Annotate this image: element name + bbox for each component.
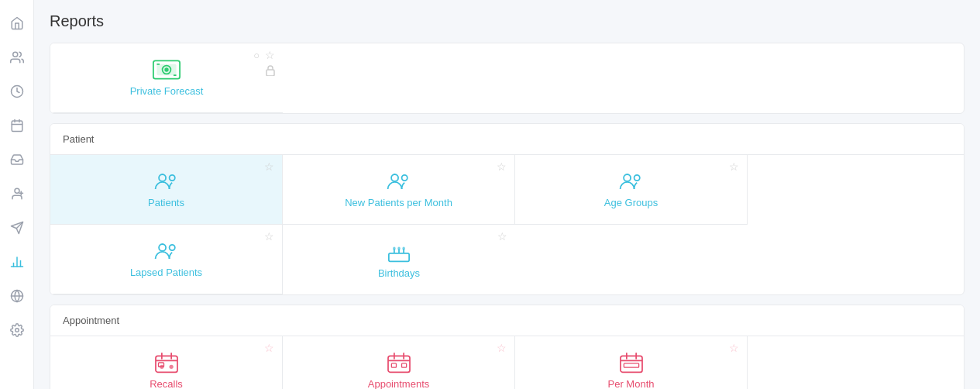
svg-point-38 bbox=[397, 246, 401, 250]
section-patient: Patient ☆ Patients ☆ bbox=[50, 123, 965, 295]
recalls-icon bbox=[153, 352, 181, 374]
sidebar-item-clock[interactable] bbox=[3, 77, 31, 105]
svg-point-17 bbox=[15, 329, 19, 332]
star-recalls[interactable]: ☆ bbox=[264, 343, 274, 353]
sidebar-item-settings[interactable] bbox=[3, 316, 31, 344]
sidebar-item-add-user[interactable] bbox=[3, 180, 31, 208]
patient-section-header: Patient bbox=[50, 124, 964, 155]
star-per-month[interactable]: ☆ bbox=[729, 343, 739, 353]
appointments-icon bbox=[385, 352, 413, 374]
star-lapsed-patients[interactable]: ☆ bbox=[264, 231, 274, 242]
patients-label: Patients bbox=[148, 197, 184, 208]
star-patients[interactable]: ☆ bbox=[264, 161, 274, 172]
svg-rect-52 bbox=[401, 363, 406, 367]
private-forecast-icon bbox=[153, 59, 181, 81]
new-patients-label: New Patients per Month bbox=[345, 197, 452, 208]
sidebar-item-globe[interactable] bbox=[3, 282, 31, 310]
svg-point-27 bbox=[391, 174, 398, 181]
sidebar-item-patients[interactable] bbox=[3, 43, 31, 71]
report-card-appointments[interactable]: ☆ Appointments 0 Appointments bbox=[283, 336, 515, 389]
svg-rect-33 bbox=[389, 253, 409, 261]
age-groups-label: Age Groups bbox=[604, 197, 658, 208]
star-new-patients[interactable]: ☆ bbox=[497, 161, 507, 172]
report-card-new-patients[interactable]: ☆ New Patients per Month bbox=[283, 155, 515, 225]
star-age-groups[interactable]: ☆ bbox=[729, 161, 739, 172]
per-month-icon bbox=[617, 352, 645, 374]
birthdays-icon bbox=[385, 241, 413, 263]
patients-icon bbox=[153, 170, 181, 192]
lapsed-patients-label: Lapsed Patients bbox=[130, 267, 202, 278]
svg-point-45 bbox=[169, 365, 173, 369]
circle-icon: ○ bbox=[253, 50, 260, 61]
report-card-patients[interactable]: ☆ Patients bbox=[50, 155, 283, 225]
report-card-age-groups[interactable]: ☆ Age Groups bbox=[515, 155, 748, 225]
private-forecast-label: Private Forecast bbox=[130, 85, 204, 97]
svg-rect-24 bbox=[266, 70, 274, 76]
svg-point-25 bbox=[159, 174, 166, 181]
report-card-per-month[interactable]: ☆ Per Month 0 Per Month bbox=[515, 336, 748, 389]
svg-point-26 bbox=[169, 175, 174, 181]
section-appointment: Appointment ☆ Recall bbox=[50, 305, 965, 389]
sidebar-item-inbox[interactable] bbox=[3, 146, 31, 174]
report-card-recalls[interactable]: ☆ Recalls bbox=[50, 336, 283, 389]
svg-point-21 bbox=[164, 67, 168, 71]
lapsed-patients-icon bbox=[153, 240, 181, 262]
recalls-label: Recalls bbox=[150, 378, 183, 389]
svg-point-39 bbox=[402, 246, 405, 250]
sidebar-item-calendar[interactable] bbox=[3, 112, 31, 139]
birthdays-label: Birthdays bbox=[378, 267, 420, 279]
star-birthdays[interactable]: ☆ bbox=[497, 231, 507, 242]
lock-icon bbox=[266, 65, 275, 76]
main-content: Reports ☆ Private Forecast bbox=[34, 0, 980, 389]
svg-point-31 bbox=[159, 244, 166, 251]
svg-rect-2 bbox=[12, 121, 22, 132]
svg-rect-57 bbox=[624, 363, 638, 367]
per-month-label: Per Month bbox=[608, 378, 655, 389]
new-patients-icon bbox=[385, 170, 413, 192]
svg-point-28 bbox=[401, 175, 407, 181]
svg-rect-51 bbox=[391, 363, 396, 367]
star-private-forecast[interactable]: ☆ bbox=[265, 50, 275, 60]
patient-grid: ☆ Patients ☆ bbox=[50, 155, 964, 294]
svg-point-0 bbox=[12, 52, 17, 57]
report-card-private-forecast[interactable]: ☆ Private Forecast ○ bbox=[50, 43, 283, 113]
sidebar bbox=[0, 0, 34, 389]
appointment-grid: ☆ Recalls ☆ bbox=[50, 336, 964, 389]
section-financial: ☆ Private Forecast ○ bbox=[50, 43, 965, 114]
report-card-lapsed-patients[interactable]: ☆ Lapsed Patients bbox=[50, 225, 283, 294]
star-appointments[interactable]: ☆ bbox=[497, 343, 507, 353]
page-title: Reports bbox=[50, 12, 965, 30]
financial-grid: ☆ Private Forecast ○ bbox=[50, 43, 964, 113]
appointment-section-header: Appointment bbox=[50, 305, 964, 336]
svg-point-37 bbox=[393, 246, 396, 250]
sidebar-item-home[interactable] bbox=[3, 9, 31, 37]
svg-rect-40 bbox=[156, 356, 177, 372]
sidebar-item-chart[interactable] bbox=[3, 248, 31, 276]
report-card-birthdays[interactable]: ☆ Birthdays bbox=[283, 225, 515, 294]
age-groups-icon bbox=[617, 170, 645, 192]
svg-point-6 bbox=[15, 188, 19, 193]
sidebar-item-send[interactable] bbox=[3, 214, 31, 242]
appointments-label: Appointments bbox=[368, 378, 430, 389]
svg-point-32 bbox=[169, 245, 174, 250]
svg-point-29 bbox=[624, 174, 631, 181]
svg-point-30 bbox=[634, 175, 639, 181]
